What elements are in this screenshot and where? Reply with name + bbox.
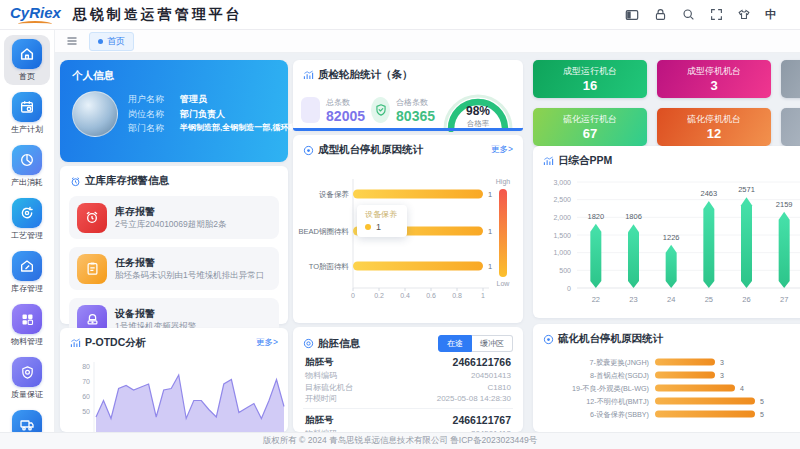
svg-text:1226: 1226	[663, 233, 680, 242]
svg-text:1: 1	[488, 227, 492, 236]
svg-text:3,000: 3,000	[553, 179, 571, 186]
field-label: 目标硫化机台	[305, 382, 353, 394]
sidebar-item-quality-assurance[interactable]: 质量保证	[4, 353, 50, 403]
qc-title: 质检轮胎统计（条）	[318, 68, 413, 82]
sidebar-item-label: 物料管理	[11, 336, 43, 347]
stat-card-partial	[781, 108, 800, 146]
sidebar-item-label: 工艺管理	[11, 230, 43, 241]
potdc-more-link[interactable]: 更多>	[256, 337, 278, 349]
field-label: 物料编码	[305, 370, 337, 382]
total-count-label: 总条数	[326, 97, 365, 108]
svg-text:5: 5	[760, 398, 764, 405]
stat-card-curing-running: 硫化运行机台 67	[533, 108, 647, 146]
sidebar-item-label: 生产计划	[11, 124, 43, 135]
svg-text:1806: 1806	[625, 212, 642, 221]
grid-icon	[12, 304, 42, 334]
sidebar-item-production-plan[interactable]: 生产计划	[4, 88, 50, 138]
svg-text:1,500: 1,500	[553, 232, 571, 239]
svg-text:2,000: 2,000	[553, 214, 571, 221]
alert-title: 库存报警	[115, 205, 227, 219]
svg-text:4: 4	[740, 385, 744, 392]
target-icon	[543, 334, 554, 345]
svg-text:5: 5	[760, 411, 764, 418]
cyriex-logo: CyRiex	[10, 5, 61, 24]
tab-label: 首页	[107, 35, 125, 48]
tire-blank-info-card: 胎胚信息 在途 缓冲区 胎胚号2466121766 物料编码204501413 …	[293, 327, 523, 432]
svg-text:0.4: 0.4	[400, 292, 410, 299]
stat-label: 成型运行机台	[563, 65, 617, 78]
svg-text:3: 3	[720, 359, 724, 366]
field-value: C1810	[487, 382, 511, 394]
in-transit-button[interactable]: 在途	[438, 335, 472, 352]
field-label: 开模时间	[305, 393, 337, 405]
warehouse-icon	[12, 251, 42, 281]
svg-text:0.6: 0.6	[426, 292, 436, 299]
pass-shield-icon	[371, 97, 390, 123]
stat-value: 16	[583, 78, 597, 94]
sidebar-item-process-mgmt[interactable]: 工艺管理	[4, 194, 50, 244]
alert-row-task[interactable]: 任务报警 胎坯条码未识别由1号堆垛机排出异常口	[69, 247, 279, 290]
qc-tire-stats-card: 质检轮胎统计（条） 总条数 82005 合格条数 80365 98%	[293, 60, 523, 131]
svg-text:26: 26	[742, 295, 750, 304]
total-count-value: 82005	[326, 108, 365, 124]
chart-tooltip: 设备保养 1	[357, 205, 407, 237]
svg-text:8-首锅点检(SGDJ): 8-首锅点检(SGDJ)	[590, 371, 649, 380]
profile-value: 部门负责人	[180, 107, 225, 122]
sidebar-item-home[interactable]: 首页	[4, 35, 50, 85]
svg-text:1: 1	[488, 262, 492, 271]
buffer-zone-button[interactable]: 缓冲区	[472, 335, 513, 352]
alert-title: 任务报警	[115, 256, 264, 270]
sidebar-item-inventory-mgmt[interactable]: 库存管理	[4, 247, 50, 297]
tooltip-series-dot	[365, 224, 371, 230]
svg-text:80: 80	[82, 363, 90, 370]
panel-icon[interactable]	[625, 8, 639, 22]
forming-more-link[interactable]: 更多>	[491, 144, 513, 156]
svg-text:2,500: 2,500	[553, 196, 571, 203]
pass-count-label: 合格条数	[396, 97, 435, 108]
divider	[303, 408, 513, 409]
menu-icon[interactable]	[65, 34, 79, 48]
field-value: 204501413	[471, 370, 511, 382]
svg-text:BEAD钢圈待料: BEAD钢圈待料	[299, 227, 350, 236]
tooltip-title: 设备保养	[365, 209, 397, 220]
svg-text:0: 0	[351, 292, 355, 299]
tab-home[interactable]: 首页	[89, 32, 134, 51]
sidebar: 首页 生产计划 产出消耗 工艺管理 库存管理	[0, 30, 55, 449]
alerts-title: 立库库存报警信息	[85, 174, 169, 188]
svg-text:25: 25	[705, 295, 713, 304]
stat-label: 硫化停机机台	[687, 113, 741, 126]
alert-row-inventory[interactable]: 库存报警 2号立库204010069超期胎2条	[69, 196, 279, 239]
theme-icon[interactable]	[737, 8, 751, 22]
fullscreen-icon[interactable]	[709, 8, 723, 22]
daily-ppm-chart: 05001,0001,5002,0002,5003,00018202218062…	[533, 170, 800, 318]
sidebar-item-output-consumption[interactable]: 产出消耗	[4, 141, 50, 191]
svg-text:1: 1	[488, 190, 492, 199]
svg-text:23: 23	[629, 295, 637, 304]
svg-text:24: 24	[667, 295, 675, 304]
stat-label: 硫化运行机台	[563, 113, 617, 126]
process-icon	[12, 198, 42, 228]
forming-stop-chart: 00.20.40.60.81设备保养1BEAD钢圈待料1TO胎面待料1HighL…	[293, 159, 523, 321]
field-value: 2025-05-08 14:28:30	[437, 393, 511, 405]
svg-text:3: 3	[720, 372, 724, 379]
svg-text:High: High	[496, 178, 511, 186]
curing-stop-chart-card: 硫化机台停机原因统计 7-胶囊更换(JNGH)38-首锅点检(SGDJ)319-…	[533, 324, 800, 432]
task-icon	[77, 254, 107, 284]
svg-text:1: 1	[481, 292, 485, 299]
pie-icon	[12, 145, 42, 175]
svg-text:0: 0	[567, 285, 571, 292]
search-icon[interactable]	[681, 8, 695, 22]
profile-label: 岗位名称	[128, 107, 172, 122]
lock-icon[interactable]	[653, 8, 667, 22]
tire-no-value: 2466121766	[453, 356, 511, 369]
language-toggle[interactable]: 中	[765, 7, 776, 22]
potdc-chart-title: P-OTDC分析	[85, 336, 146, 350]
target-icon	[303, 145, 314, 156]
tire-no-value: 2466121767	[453, 414, 511, 427]
sidebar-item-material-mgmt[interactable]: 物料管理	[4, 300, 50, 350]
svg-text:6-设备保养(SBBY): 6-设备保养(SBBY)	[590, 410, 649, 419]
svg-text:1,000: 1,000	[553, 249, 571, 256]
svg-text:7-胶囊更换(JNGH): 7-胶囊更换(JNGH)	[590, 358, 650, 367]
svg-text:Low: Low	[497, 280, 511, 287]
tire-no-label: 胎胚号	[305, 414, 334, 427]
